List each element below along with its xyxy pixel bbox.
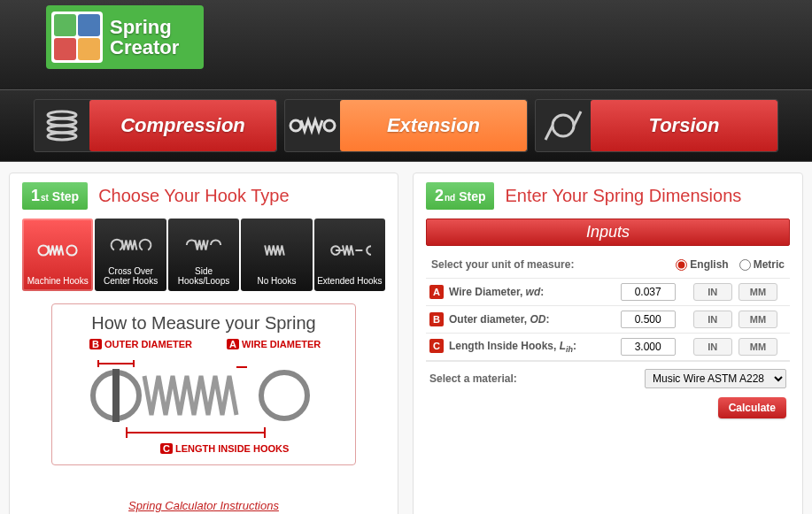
od-in-btn[interactable]: IN xyxy=(693,311,732,328)
lih-mm-btn[interactable]: MM xyxy=(739,338,777,356)
diag-label-wire-diameter: A WIRE DIAMETER xyxy=(227,339,321,349)
row-wire-diameter: AWire Diameter, wd: IN MM xyxy=(426,279,790,306)
torsion-spring-icon xyxy=(536,100,591,151)
tab-extension[interactable]: Extension xyxy=(284,99,528,152)
no-hooks-icon xyxy=(255,224,298,276)
row-length-inside-hooks: CLength Inside Hooks, Lih: IN MM xyxy=(426,334,790,361)
hook-type-selector: Machine Hooks Cross Over Center Hooks Si… xyxy=(22,219,385,291)
diag-label-outer-diameter: B B OUTER DIAMETEROUTER DIAMETER xyxy=(89,339,192,349)
svg-point-5 xyxy=(324,120,335,131)
unit-metric-option[interactable]: Metric xyxy=(739,258,785,271)
wire-diameter-input[interactable] xyxy=(621,283,676,301)
hook-crossover[interactable]: Cross Over Center Hooks xyxy=(95,219,166,291)
hook-side-label: Side Hooks/Loops xyxy=(170,266,237,286)
logo-icons xyxy=(51,12,103,63)
tab-torsion[interactable]: Torsion xyxy=(535,99,778,152)
logo[interactable]: Spring Creator xyxy=(46,5,204,69)
material-row: Select a material: Music Wire ASTM A228 xyxy=(426,361,790,388)
unit-english-option[interactable]: English xyxy=(676,258,728,271)
compression-spring-icon xyxy=(35,100,89,151)
unit-metric-radio[interactable] xyxy=(739,259,751,271)
diag-label-length-inside: C LENGTH INSIDE HOOKS xyxy=(160,443,289,454)
topbar: Spring Creator xyxy=(0,0,812,90)
spring-type-tabs: Compression Extension Torsion xyxy=(0,90,812,162)
extended-hooks-icon xyxy=(329,224,371,276)
step1-panel: 1st Step Choose Your Hook Type Machine H… xyxy=(9,173,398,514)
hook-none-label: No Hooks xyxy=(257,276,296,286)
material-label: Select a material: xyxy=(429,372,517,385)
wd-mm-btn[interactable]: MM xyxy=(739,283,777,301)
tab-compression[interactable]: Compression xyxy=(34,99,277,152)
logo-text: Spring Creator xyxy=(110,17,179,58)
hook-none[interactable]: No Hooks xyxy=(241,219,312,291)
dimensions-table: AWire Diameter, wd: IN MM BOuter diamete… xyxy=(426,278,790,361)
extension-spring-icon xyxy=(285,100,340,151)
length-inside-hooks-input[interactable] xyxy=(621,338,676,356)
tab-torsion-label: Torsion xyxy=(591,100,777,151)
step1-badge: 1st Step xyxy=(22,182,88,210)
step2-panel: 2nd Step Enter Your Spring Dimensions In… xyxy=(413,173,803,514)
unit-english-radio[interactable] xyxy=(676,259,687,271)
tab-compression-label: Compression xyxy=(89,100,276,151)
calculate-button[interactable]: Calculate xyxy=(718,397,786,418)
main-area: 1st Step Choose Your Hook Type Machine H… xyxy=(0,162,812,514)
measure-diagram: B B OUTER DIAMETEROUTER DIAMETER A WIRE … xyxy=(63,339,344,454)
unit-row: Select your unit of measure: English Met… xyxy=(426,255,790,278)
svg-point-4 xyxy=(290,120,301,131)
od-mm-btn[interactable]: MM xyxy=(739,311,777,328)
measure-box: How to Measure your Spring B B OUTER DIA… xyxy=(51,303,356,465)
hook-extended[interactable]: Extended Hooks xyxy=(314,219,385,291)
step1-title: Choose Your Hook Type xyxy=(98,186,289,206)
hook-extended-label: Extended Hooks xyxy=(317,276,382,286)
svg-point-6 xyxy=(553,115,574,136)
hook-machine-label: Machine Hooks xyxy=(27,276,89,286)
svg-point-7 xyxy=(39,245,49,255)
inputs-header: Inputs xyxy=(426,219,790,246)
wd-in-btn[interactable]: IN xyxy=(693,283,732,301)
lih-in-btn[interactable]: IN xyxy=(693,338,732,356)
hook-machine[interactable]: Machine Hooks xyxy=(22,219,93,291)
outer-diameter-input[interactable] xyxy=(621,311,676,328)
material-select[interactable]: Music Wire ASTM A228 xyxy=(645,369,786,388)
svg-point-8 xyxy=(67,245,77,255)
measure-title: How to Measure your Spring xyxy=(63,313,344,334)
hook-crossover-label: Cross Over Center Hooks xyxy=(97,266,164,286)
svg-point-3 xyxy=(48,133,76,140)
machine-hooks-icon xyxy=(36,224,79,276)
unit-label: Select your unit of measure: xyxy=(431,258,574,271)
row-outer-diameter: BOuter diameter, OD: IN MM xyxy=(426,306,790,334)
step2-badge: 2nd Step xyxy=(426,182,494,210)
instructions-link[interactable]: Spring Calculator Instructions xyxy=(128,499,279,512)
side-hooks-icon xyxy=(182,224,225,266)
step2-title: Enter Your Spring Dimensions xyxy=(505,186,741,206)
crossover-hooks-icon xyxy=(110,224,152,266)
tab-extension-label: Extension xyxy=(340,100,527,151)
spring-diagram-icon xyxy=(63,351,346,440)
svg-point-13 xyxy=(261,372,307,418)
hook-side[interactable]: Side Hooks/Loops xyxy=(168,219,239,291)
